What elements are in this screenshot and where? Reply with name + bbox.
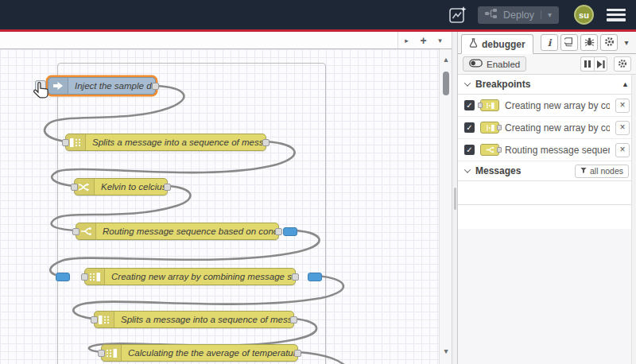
messages-section-header[interactable]: Messages all nodes — [458, 161, 636, 181]
output-port[interactable] — [294, 350, 301, 357]
node-label: Calculating the the average of temperatu… — [122, 348, 297, 358]
ai-assistant-icon[interactable] — [448, 5, 468, 25]
output-port — [497, 125, 502, 130]
canvas-scrollbar-thumb[interactable] — [443, 72, 449, 95]
breakpoint-row[interactable]: ✓ Routing message sequence ba × — [458, 139, 636, 161]
scroll-up-icon[interactable]: ▲ — [440, 56, 452, 64]
node-label: Splits a message into a sequence of mess… — [114, 315, 293, 324]
book-icon — [564, 37, 574, 49]
breakpoint-pill-output[interactable] — [283, 227, 297, 236]
debugger-toolbar: Enabled — [458, 54, 636, 75]
inject-icon — [48, 78, 68, 94]
input-port[interactable] — [91, 316, 98, 323]
flow-node-inject[interactable]: Inject the sample data — [48, 77, 156, 95]
pause-icon — [584, 60, 591, 68]
node-label: Inject the sample data — [68, 81, 155, 91]
input-port[interactable] — [72, 228, 80, 235]
breakpoint-pill-input[interactable] — [56, 273, 70, 281]
user-avatar[interactable]: su — [574, 5, 594, 25]
flow-node-join[interactable]: Creating new array by combining message … — [84, 268, 296, 285]
debug-sidebar: debugger i ▾ — [458, 32, 636, 364]
flow-list-chevron-icon[interactable]: ▾ — [432, 37, 448, 45]
step-icon — [597, 57, 605, 72]
info-icon: i — [548, 37, 552, 48]
messages-filter-button[interactable]: all nodes — [575, 165, 629, 178]
breakpoint-row[interactable]: ✓ Creating new array by combinin × — [458, 117, 636, 139]
breakpoints-section-header[interactable]: Breakpoints ▲ — [458, 75, 636, 95]
bug-icon — [584, 37, 595, 49]
messages-empty-area — [458, 181, 636, 205]
input-port — [478, 103, 483, 108]
node-label: Routing message sequence based on condit… — [96, 227, 278, 236]
output-port[interactable] — [275, 228, 282, 235]
workspace-tab-controls: ▸ + ▾ — [398, 32, 448, 48]
filter-label: all nodes — [590, 166, 623, 176]
input-port[interactable] — [81, 273, 88, 281]
breakpoints-title: Breakpoints — [475, 79, 530, 90]
breakpoint-checkbox[interactable]: ✓ — [464, 100, 475, 110]
node-label: Kelvin to celcius — [95, 182, 167, 192]
debugger-settings-button[interactable] — [614, 56, 631, 72]
output-port[interactable] — [292, 273, 299, 281]
breakpoint-checkbox[interactable]: ✓ — [464, 122, 475, 133]
scroll-to-top-icon[interactable]: ▲ — [622, 80, 629, 88]
tab-debugger[interactable]: debugger — [461, 34, 533, 54]
flow-node-split[interactable]: Splits a message into a sequence of mess… — [65, 134, 266, 151]
flow-node-split[interactable]: Splits a message into a sequence of mess… — [94, 311, 294, 328]
workspace-tab-strip: ▸ + ▾ — [0, 32, 452, 49]
input-port[interactable] — [98, 350, 105, 357]
debugger-enabled-toggle[interactable]: Enabled — [463, 56, 526, 72]
flow-canvas[interactable]: Inject the sample data Splits a message … — [0, 49, 452, 364]
breakpoint-row[interactable]: ✓ Creating new array by combinin × — [458, 95, 636, 117]
remove-breakpoint-button[interactable]: × — [615, 99, 630, 113]
gear-icon — [604, 37, 615, 49]
output-port[interactable] — [262, 139, 270, 146]
node-label: Splits a message into a sequence of mess… — [86, 137, 266, 147]
output-port — [497, 147, 502, 153]
input-port[interactable] — [62, 139, 69, 146]
tab-info[interactable]: i — [541, 34, 558, 51]
output-port[interactable] — [164, 184, 171, 191]
chevron-down-icon — [464, 166, 471, 172]
flow-node-join[interactable]: Calculating the the average of temperatu… — [101, 344, 298, 362]
breakpoint-pill-output[interactable] — [308, 273, 322, 281]
join-node-mini-icon — [480, 99, 499, 111]
toggle-icon — [469, 59, 483, 69]
tab-config-nodes[interactable] — [600, 34, 618, 51]
enabled-label: Enabled — [487, 60, 520, 69]
sidebar-separator[interactable] — [452, 32, 458, 364]
sidebar-background — [458, 229, 636, 364]
more-tabs-chevron-icon[interactable]: ▾ — [620, 38, 633, 47]
tab-help[interactable] — [560, 34, 578, 51]
input-port[interactable] — [71, 184, 78, 191]
app-header: Deploy ▾ su — [0, 0, 636, 29]
deploy-options-chevron-icon[interactable]: ▾ — [541, 10, 552, 19]
canvas-scrollbar[interactable]: ▲ ▲ — [439, 49, 452, 364]
join-node-mini-icon — [480, 122, 499, 134]
tab-debugger-label: debugger — [482, 39, 525, 50]
flask-icon — [469, 38, 478, 50]
deploy-icon — [485, 9, 498, 21]
pause-button[interactable] — [580, 56, 594, 72]
remove-breakpoint-button[interactable]: × — [615, 121, 630, 135]
flow-node-switch[interactable]: Routing message sequence based on condit… — [76, 223, 279, 240]
step-button[interactable] — [594, 56, 607, 72]
scroll-down-icon[interactable]: ▲ — [440, 348, 452, 356]
separator-grip[interactable] — [454, 188, 456, 210]
deploy-button[interactable]: Deploy ▾ — [478, 6, 559, 24]
add-flow-button[interactable]: + — [415, 34, 432, 47]
tab-debug-messages[interactable] — [580, 34, 598, 51]
flow-node-change[interactable]: Kelvin to celcius — [74, 178, 168, 196]
output-port[interactable] — [152, 83, 159, 90]
remove-breakpoint-button[interactable]: × — [615, 143, 630, 157]
deploy-label: Deploy — [503, 10, 534, 21]
breakpoint-label: Routing message sequence ba — [505, 145, 610, 156]
gear-icon — [618, 57, 627, 72]
breakpoint-label: Creating new array by combinin — [505, 100, 610, 111]
breakpoint-checkbox[interactable]: ✓ — [464, 145, 475, 155]
messages-title: Messages — [475, 165, 521, 176]
output-port[interactable] — [290, 316, 297, 323]
main-menu-icon[interactable] — [607, 9, 626, 21]
sidebar-scrollbar-track[interactable] — [631, 75, 636, 364]
scroll-tabs-icon[interactable]: ▸ — [398, 37, 415, 45]
